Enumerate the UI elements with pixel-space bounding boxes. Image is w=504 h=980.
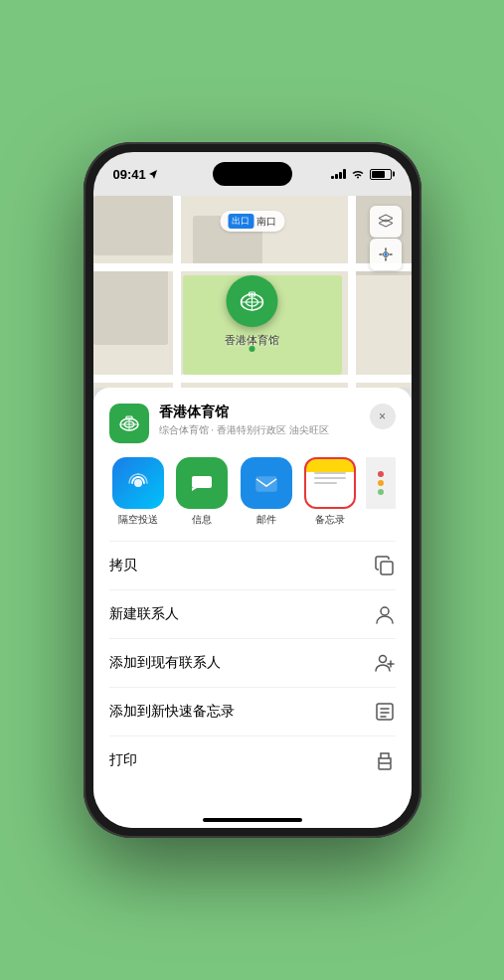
share-app-airdrop[interactable]: 隔空投送	[109, 457, 168, 527]
location-info: 香港体育馆 综合体育馆 · 香港特别行政区 油尖旺区	[159, 404, 370, 437]
status-icons	[331, 169, 392, 180]
svg-point-6	[252, 293, 253, 295]
signal-bars-icon	[331, 169, 346, 179]
message-label: 信息	[192, 513, 212, 527]
quick-note-icon	[374, 701, 396, 723]
svg-point-15	[381, 607, 389, 615]
svg-rect-14	[381, 562, 393, 574]
airdrop-waves-icon	[124, 469, 152, 497]
chat-bubble-icon	[188, 469, 216, 497]
person-icon	[374, 603, 396, 625]
svg-point-16	[379, 656, 386, 663]
notes-icon	[304, 457, 356, 509]
battery-icon	[370, 169, 392, 180]
action-add-existing[interactable]: 添加到现有联系人	[109, 639, 396, 688]
location-pin[interactable]: 香港体育馆	[225, 275, 279, 348]
share-app-mail[interactable]: 邮件	[238, 457, 296, 527]
dynamic-island	[213, 162, 292, 186]
map-background: 出口 南口	[93, 196, 412, 388]
mail-label: 邮件	[256, 513, 276, 527]
print-icon	[374, 749, 396, 771]
add-existing-label: 添加到现有联系人	[109, 654, 221, 672]
svg-rect-20	[379, 763, 391, 769]
airdrop-icon	[112, 457, 164, 509]
location-button[interactable]	[370, 239, 402, 270]
close-button[interactable]: ×	[370, 404, 396, 429]
map-type-button[interactable]	[370, 206, 402, 238]
more-apps-icon	[366, 457, 396, 509]
airdrop-label: 隔空投送	[118, 513, 158, 527]
exit-name-label: 南口	[256, 215, 276, 229]
phone-frame: 09:41	[84, 142, 421, 838]
venue-icon	[117, 411, 141, 435]
notes-label: 备忘录	[315, 513, 345, 527]
share-app-more[interactable]	[366, 457, 396, 527]
venue-name: 香港体育馆	[159, 404, 370, 421]
home-bar	[203, 818, 302, 822]
svg-rect-13	[256, 477, 276, 491]
location-header: 香港体育馆 综合体育馆 · 香港特别行政区 油尖旺区 ×	[109, 404, 396, 443]
add-note-label: 添加到新快速备忘录	[109, 703, 235, 721]
bottom-sheet: 香港体育馆 综合体育馆 · 香港特别行政区 油尖旺区 ×	[93, 388, 412, 800]
action-add-note[interactable]: 添加到新快速备忘录	[109, 688, 396, 736]
phone-screen: 09:41	[93, 152, 412, 828]
wifi-icon	[351, 169, 365, 179]
share-app-notes[interactable]: 备忘录	[301, 457, 360, 527]
message-icon	[176, 457, 228, 509]
venue-subtitle: 综合体育馆 · 香港特别行政区 油尖旺区	[159, 423, 370, 437]
copy-label: 拷贝	[109, 557, 137, 574]
share-app-message[interactable]: 信息	[173, 457, 232, 527]
map-exit-label: 出口 南口	[220, 211, 284, 232]
svg-point-12	[134, 479, 142, 487]
print-label: 打印	[109, 751, 137, 769]
action-print[interactable]: 打印	[109, 736, 396, 784]
pin-circle	[227, 275, 278, 327]
action-new-contact[interactable]: 新建联系人	[109, 590, 396, 639]
location-icon	[109, 404, 149, 443]
copy-icon	[374, 555, 396, 576]
location-arrow-icon	[148, 169, 158, 179]
new-contact-label: 新建联系人	[109, 605, 179, 623]
map-controls	[370, 206, 402, 270]
stadium-icon	[238, 286, 267, 316]
person-add-icon	[374, 652, 396, 674]
map-area[interactable]: 出口 南口	[93, 196, 412, 388]
envelope-icon	[252, 469, 280, 497]
clock-label: 09:41	[113, 167, 146, 182]
home-indicator	[93, 800, 412, 828]
map-layers-icon	[378, 214, 394, 230]
action-copy[interactable]: 拷贝	[109, 542, 396, 590]
share-apps-row: 隔空投送 信息	[109, 457, 396, 527]
mail-icon	[241, 457, 292, 509]
status-time: 09:41	[113, 167, 158, 182]
compass-icon	[379, 247, 393, 261]
action-list: 拷贝 新建联系人 添加到现有联系人	[109, 541, 396, 784]
